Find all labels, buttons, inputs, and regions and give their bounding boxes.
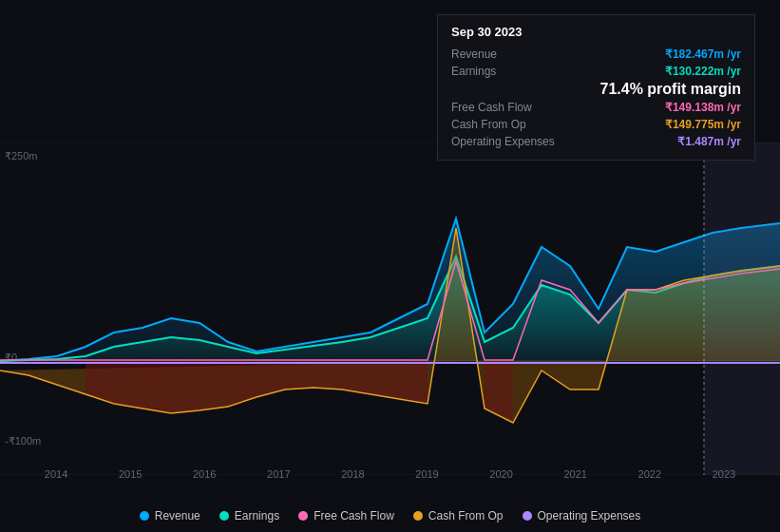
op-expenses-dot bbox=[523, 511, 532, 521]
tooltip-free-cash-label: Free Cash Flow bbox=[451, 101, 532, 114]
x-label-2014: 2014 bbox=[45, 468, 67, 480]
legend-item-cash-from-op[interactable]: Cash From Op bbox=[413, 509, 504, 522]
x-label-2021: 2021 bbox=[563, 468, 586, 480]
legend-item-op-expenses[interactable]: Operating Expenses bbox=[523, 509, 641, 522]
x-label-2016: 2016 bbox=[193, 468, 216, 480]
tooltip-profit-margin-row: 71.4% profit margin bbox=[451, 80, 741, 99]
tooltip-box: Sep 30 2023 Revenue ₹182.467m /yr Earnin… bbox=[437, 14, 755, 161]
chart-svg bbox=[0, 142, 780, 475]
tooltip-op-expenses-row: Operating Expenses ₹1.487m /yr bbox=[451, 133, 741, 150]
chart-container: Sep 30 2023 Revenue ₹182.467m /yr Earnin… bbox=[0, 0, 780, 532]
earnings-dot bbox=[219, 511, 229, 521]
tooltip-earnings-value: ₹130.222m /yr bbox=[665, 65, 741, 78]
x-label-2022: 2022 bbox=[638, 468, 661, 480]
x-label-2017: 2017 bbox=[267, 468, 290, 480]
x-label-2019: 2019 bbox=[415, 468, 438, 480]
legend-item-revenue[interactable]: Revenue bbox=[140, 509, 200, 522]
tooltip-profit-margin: 71.4% profit margin bbox=[600, 81, 742, 98]
tooltip-op-expenses-label: Operating Expenses bbox=[451, 135, 555, 148]
x-label-2023: 2023 bbox=[713, 468, 735, 480]
legend-label-free-cash-flow: Free Cash Flow bbox=[314, 509, 394, 522]
x-label-2015: 2015 bbox=[119, 468, 142, 480]
x-axis: 2014 2015 2016 2017 2018 2019 2020 2021 … bbox=[0, 468, 780, 480]
legend-item-free-cash-flow[interactable]: Free Cash Flow bbox=[298, 509, 394, 522]
tooltip-revenue-label: Revenue bbox=[451, 48, 497, 61]
tooltip-earnings-row: Earnings ₹130.222m /yr bbox=[451, 63, 741, 80]
tooltip-revenue-value: ₹182.467m /yr bbox=[665, 48, 741, 61]
legend-label-earnings: Earnings bbox=[235, 509, 279, 522]
tooltip-revenue-row: Revenue ₹182.467m /yr bbox=[451, 46, 741, 63]
legend-label-cash-from-op: Cash From Op bbox=[428, 509, 504, 522]
svg-rect-6 bbox=[704, 142, 780, 475]
cash-from-op-dot bbox=[413, 511, 423, 521]
revenue-dot bbox=[140, 511, 149, 521]
legend-label-revenue: Revenue bbox=[155, 509, 200, 522]
tooltip-cash-from-op-value: ₹149.775m /yr bbox=[665, 118, 741, 131]
chart-legend: Revenue Earnings Free Cash Flow Cash Fro… bbox=[0, 509, 780, 522]
tooltip-op-expenses-value: ₹1.487m /yr bbox=[677, 135, 741, 148]
tooltip-cash-from-op-row: Cash From Op ₹149.775m /yr bbox=[451, 116, 741, 133]
tooltip-free-cash-value: ₹149.138m /yr bbox=[665, 101, 741, 114]
free-cash-flow-dot bbox=[298, 511, 308, 521]
tooltip-date: Sep 30 2023 bbox=[451, 25, 741, 39]
legend-label-op-expenses: Operating Expenses bbox=[538, 509, 641, 522]
tooltip-free-cash-row: Free Cash Flow ₹149.138m /yr bbox=[451, 99, 741, 116]
x-label-2020: 2020 bbox=[489, 468, 512, 480]
tooltip-earnings-label: Earnings bbox=[451, 65, 496, 78]
x-label-2018: 2018 bbox=[341, 468, 364, 480]
legend-item-earnings[interactable]: Earnings bbox=[219, 509, 279, 522]
tooltip-cash-from-op-label: Cash From Op bbox=[451, 118, 526, 131]
